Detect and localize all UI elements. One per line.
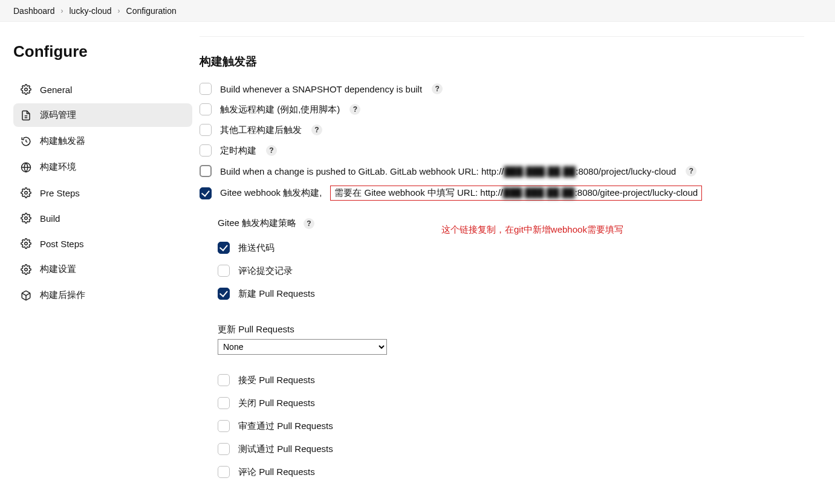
trigger-label: Build when a change is pushed to GitLab.…	[220, 166, 676, 176]
gear-icon	[21, 264, 31, 275]
gear-icon	[21, 84, 31, 95]
sidebar-item-label: Pre Steps	[40, 188, 80, 198]
sidebar: Configure General 源码管理 构建触发器 构建环境 Pre St…	[0, 22, 200, 502]
section-divider	[200, 36, 804, 37]
help-icon[interactable]: ?	[349, 104, 360, 115]
checkbox-gitee-push[interactable]	[218, 242, 230, 254]
main-content: 构建触发器 Build whenever a SNAPSHOT dependen…	[200, 22, 828, 502]
globe-icon	[21, 162, 31, 173]
sidebar-item-label: 构建设置	[40, 263, 76, 275]
checkbox-gitee-testpr[interactable]	[218, 443, 230, 455]
gitee-reviewpr-label: 审查通过 Pull Requests	[238, 421, 333, 432]
sidebar-item-general[interactable]: General	[13, 78, 192, 101]
sidebar-item-post-steps[interactable]: Post Steps	[13, 232, 192, 255]
trigger-gitlab-row: Build when a change is pushed to GitLab.…	[200, 165, 804, 177]
sidebar-item-label: 源码管理	[40, 109, 76, 121]
help-icon[interactable]: ?	[311, 124, 322, 135]
gitee-reviewpr-row: 审查通过 Pull Requests	[218, 420, 804, 432]
sidebar-item-post-build[interactable]: 构建后操作	[13, 283, 192, 307]
gitee-strategy-block: Gitee 触发构建策略 ? 这个链接复制，在git中新增webhook需要填写…	[218, 209, 804, 478]
sidebar-item-label: Build	[40, 213, 60, 224]
sidebar-item-label: General	[40, 85, 72, 95]
gitee-closepr-label: 关闭 Pull Requests	[238, 398, 315, 409]
gitee-closepr-row: 关闭 Pull Requests	[218, 397, 804, 409]
sidebar-item-source[interactable]: 源码管理	[13, 103, 192, 127]
chevron-right-icon: ›	[61, 7, 63, 15]
checkbox-snapshot[interactable]	[200, 83, 212, 95]
checkbox-gitee-newpr[interactable]	[218, 288, 230, 300]
trigger-timer-row: 定时构建 ?	[200, 144, 804, 157]
trigger-after-row: 其他工程构建后触发 ?	[200, 124, 804, 136]
checkbox-after[interactable]	[200, 124, 212, 136]
gitee-updatepr-block: 更新 Pull Requests None	[218, 311, 804, 355]
gitee-newpr-row: 新建 Pull Requests	[218, 288, 804, 300]
svg-point-0	[25, 88, 28, 91]
sidebar-item-label: Post Steps	[40, 239, 84, 249]
gitee-strategy-title: Gitee 触发构建策略	[218, 218, 296, 229]
gitlab-label-suffix: :8080/project/lucky-cloud	[576, 166, 676, 176]
sidebar-nav: General 源码管理 构建触发器 构建环境 Pre Steps Build	[13, 78, 192, 307]
gitee-testpr-label: 测试通过 Pull Requests	[238, 444, 333, 455]
gitee-label-prefix: Gitee webhook 触发构建,	[220, 187, 322, 199]
checkbox-remote[interactable]	[200, 103, 212, 115]
help-icon[interactable]: ?	[266, 145, 277, 156]
checkbox-gitee[interactable]	[200, 187, 212, 199]
breadcrumb-item[interactable]: Dashboard	[13, 6, 55, 16]
sidebar-item-pre-steps[interactable]: Pre Steps	[13, 181, 192, 204]
sidebar-item-label: 构建环境	[40, 161, 76, 173]
sidebar-item-label: 构建触发器	[40, 135, 85, 147]
svg-point-5	[25, 192, 28, 195]
trigger-label: Build whenever a SNAPSHOT dependency is …	[220, 84, 422, 94]
section-title: 构建触发器	[200, 54, 804, 69]
gitee-host-obscured: ███.███.██.██	[503, 187, 575, 198]
gitee-url-highlight: 需要在 Gitee webhook 中填写 URL: http://███.██…	[330, 186, 702, 201]
help-icon[interactable]: ?	[432, 83, 443, 94]
gitee-acceptpr-row: 接受 Pull Requests	[218, 374, 804, 386]
svg-point-8	[25, 268, 28, 271]
gear-icon	[21, 187, 31, 198]
svg-point-6	[25, 217, 28, 220]
svg-point-7	[25, 242, 28, 245]
gitee-annotation: 这个链接复制，在git中新增webhook需要填写	[441, 224, 804, 236]
chevron-right-icon: ›	[118, 7, 120, 15]
sidebar-item-build-settings[interactable]: 构建设置	[13, 257, 192, 281]
checkbox-gitee-commentpr[interactable]	[218, 466, 230, 478]
breadcrumb-item[interactable]: lucky-cloud	[70, 6, 112, 16]
checkbox-gitee-closepr[interactable]	[218, 397, 230, 409]
gitee-comment-row: 评论提交记录	[218, 265, 804, 277]
gitee-updatepr-label: 更新 Pull Requests	[218, 324, 804, 335]
checkbox-gitee-comment[interactable]	[218, 265, 230, 277]
checkbox-gitlab[interactable]	[200, 165, 212, 177]
gitlab-host-obscured: ███.███.██.██	[504, 166, 576, 176]
help-icon[interactable]: ?	[686, 166, 697, 176]
box-icon	[21, 290, 31, 301]
page-title: Configure	[13, 42, 192, 61]
checkbox-gitee-acceptpr[interactable]	[218, 374, 230, 386]
gitee-commentpr-row: 评论 Pull Requests	[218, 466, 804, 478]
gitlab-label-prefix: Build when a change is pushed to GitLab.…	[220, 166, 504, 176]
checkbox-gitee-reviewpr[interactable]	[218, 420, 230, 432]
document-icon	[21, 110, 31, 121]
gitee-push-label: 推送代码	[238, 242, 275, 254]
breadcrumb-item[interactable]: Configuration	[126, 6, 177, 16]
trigger-gitee-row: Gitee webhook 触发构建, 需要在 Gitee webhook 中填…	[200, 186, 804, 201]
trigger-label: 触发远程构建 (例如,使用脚本)	[220, 104, 340, 115]
gitee-push-row: 推送代码	[218, 242, 804, 254]
trigger-snapshot-row: Build whenever a SNAPSHOT dependency is …	[200, 83, 804, 95]
gitee-newpr-label: 新建 Pull Requests	[238, 288, 315, 300]
trigger-remote-row: 触发远程构建 (例如,使用脚本) ?	[200, 103, 804, 115]
gitee-updatepr-select[interactable]: None	[218, 339, 387, 355]
sidebar-item-environment[interactable]: 构建环境	[13, 155, 192, 179]
clock-icon	[21, 136, 31, 147]
help-icon[interactable]: ?	[304, 218, 314, 229]
gitee-testpr-row: 测试通过 Pull Requests	[218, 443, 804, 455]
gitee-commentpr-label: 评论 Pull Requests	[238, 467, 315, 478]
breadcrumb: Dashboard › lucky-cloud › Configuration	[0, 0, 835, 22]
gitee-url-suffix: :8080/gitee-project/lucky-cloud	[575, 187, 698, 198]
sidebar-item-build[interactable]: Build	[13, 207, 192, 230]
trigger-label: 定时构建	[220, 145, 256, 157]
sidebar-item-triggers[interactable]: 构建触发器	[13, 129, 192, 153]
gitee-url-prefix: 需要在 Gitee webhook 中填写 URL: http://	[334, 187, 502, 198]
checkbox-timer[interactable]	[200, 144, 212, 157]
gitee-acceptpr-label: 接受 Pull Requests	[238, 375, 315, 386]
